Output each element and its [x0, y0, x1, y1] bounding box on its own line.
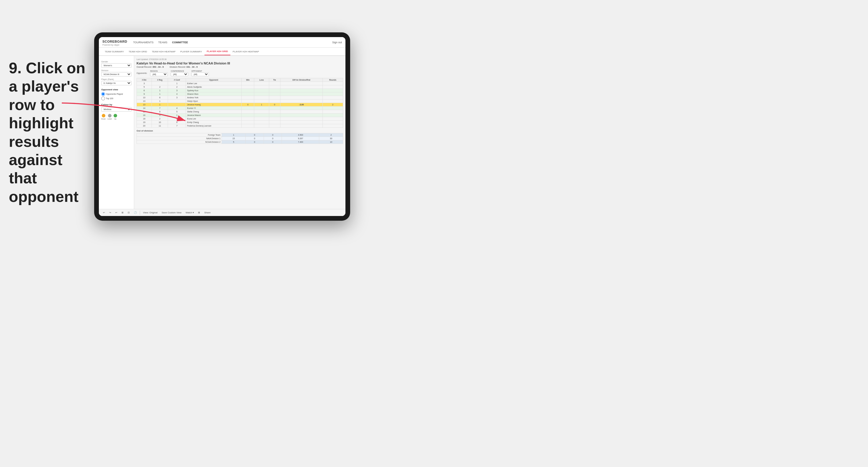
table-row[interactable]: 20117Federica Domecq Lacroze [137, 124, 343, 128]
table-row[interactable]: 613Sydney Kuo [137, 89, 343, 92]
table-row[interactable]: 1822Euna Lee [137, 117, 343, 121]
filter-region-label: REGION [150, 70, 168, 72]
tablet-screen: SCOREBOARD Powered by clippd TOURNAMENTS… [99, 37, 345, 216]
tab-team-summary[interactable]: TEAM SUMMARY [102, 48, 126, 55]
sidebar-gender-label: Gender [101, 61, 131, 63]
nav-committee[interactable]: COMMITTEE [172, 40, 188, 44]
table-row[interactable]: 131Jessica Huang010-3.002 [137, 103, 343, 106]
tab-team-h2h-grid[interactable]: TEAM H2H GRID [126, 48, 150, 55]
table-row[interactable]: 522Alexis Sudijanto [137, 85, 343, 89]
logo-sub: Powered by clippd [102, 44, 127, 46]
h2h-table: # Div # Reg # Conf Opponent Win Loss Tie… [136, 78, 343, 128]
th-conf: # Conf [168, 78, 186, 82]
sidebar-player-rank-select[interactable]: 8. Katelyn Vo [101, 81, 131, 85]
logo: SCOREBOARD Powered by clippd [102, 38, 127, 46]
bottom-toolbar: ↩ ↪ ↩ ⊞ ⊡ 🕐 View: Original Save Custom V… [99, 209, 345, 216]
tablet-frame: SCOREBOARD Powered by clippd TOURNAMENTS… [94, 32, 350, 221]
colour-up-label: Up [114, 118, 117, 120]
sidebar-division-label: Division [101, 69, 131, 71]
th-loss: Loss [254, 78, 269, 82]
tab-player-h2h-heatmap[interactable]: PLAYER H2H HEATMAP [230, 48, 261, 55]
colour-level: Level [107, 114, 112, 120]
last-updated: Last Updated: 27/03/2024 16:55:38 [136, 58, 343, 60]
colour-down-label: Down [101, 118, 105, 120]
records-row: Overall Record: 353 - 34 - 6 Division Re… [136, 66, 343, 68]
sidebar-division-select[interactable]: NCAA Division III [101, 72, 131, 76]
colour-level-dot [108, 114, 112, 117]
table-row[interactable]: 131Heejo Hyun [137, 99, 343, 103]
filters-row: Opponents: REGION (All) CONFERENCE (All) [136, 70, 343, 76]
filter-conference: CONFERENCE (All) [170, 70, 188, 76]
toolbar-sep-1 [140, 211, 140, 215]
out-division-table: Foreign Team1004.5002NAIA Division 11500… [136, 133, 343, 144]
sign-out-link[interactable]: Sign out [332, 41, 342, 44]
annotation-text: 9. Click on a player's row to highlight … [9, 59, 91, 206]
nav-links: TOURNAMENTS TEAMS COMMITTEE [133, 40, 332, 44]
table-row[interactable]: 19106Emily Chang [137, 121, 343, 124]
table-row[interactable]: 914Sharon Mun [137, 92, 343, 96]
filter-region-select[interactable]: (All) [150, 72, 168, 76]
table-row[interactable]: 1474Eunice Yi [137, 106, 343, 110]
table-row[interactable]: 1691Jessica Mason [137, 114, 343, 117]
main-content: Gender Women's Division NCAA Division II… [99, 56, 345, 209]
radio-top100[interactable]: Top 100 [101, 96, 131, 100]
th-div: # Div [137, 78, 152, 82]
toolbar-clock[interactable]: 🕐 [133, 211, 138, 215]
sidebar-player-rank-label: Player (Rank) [101, 78, 131, 80]
overall-record: Overall Record: 353 - 34 - 6 [136, 66, 164, 68]
toolbar-watch[interactable]: Watch ▾ [185, 211, 195, 215]
toolbar-expand[interactable]: ⊞ [197, 211, 201, 215]
tab-player-summary[interactable]: PLAYER SUMMARY [178, 48, 205, 55]
out-division-row[interactable]: Foreign Team1004.5002 [137, 133, 343, 137]
colour-down-dot [102, 114, 105, 117]
filter-conference-label: CONFERENCE [170, 70, 188, 72]
nav-teams[interactable]: TEAMS [158, 40, 167, 44]
th-win: Win [242, 78, 254, 82]
th-rounds: Rounds [323, 78, 343, 82]
th-diff: Diff Av Strokes/Rnd [280, 78, 322, 82]
division-record: Division Record: 331 - 34 - 6 [170, 66, 198, 68]
radio-opponents-played[interactable]: Opponents Played [101, 92, 131, 96]
opponents-label: Opponents: [136, 72, 147, 74]
out-division-title: Out of division [136, 129, 343, 132]
nav-bar: SCOREBOARD Powered by clippd TOURNAMENTS… [99, 37, 345, 48]
toolbar-redo-1[interactable]: ↪ [108, 211, 113, 215]
th-opponent: Opponent [186, 78, 242, 82]
toolbar-paste[interactable]: ⊡ [126, 211, 131, 215]
out-division-row[interactable]: NCAA Division 25007.40010 [137, 141, 343, 144]
table-row[interactable]: 1585Stella Cheng [137, 110, 343, 114]
colour-down: Down [101, 114, 105, 120]
colour-up-dot [114, 114, 117, 117]
filter-opponent-select[interactable]: (All) [191, 72, 209, 76]
filter-opponent: OPPONENT (All) [191, 70, 209, 76]
th-tie: Tie [269, 78, 280, 82]
colour-up: Up [114, 114, 117, 120]
toolbar-copy[interactable]: ⊞ [120, 211, 125, 215]
colour-by-select[interactable]: Win/loss [101, 107, 131, 112]
sidebar: Gender Women's Division NCAA Division II… [99, 56, 134, 209]
logo-text: SCOREBOARD [102, 40, 127, 43]
toolbar-redo-2[interactable]: ↩ [114, 211, 119, 215]
toolbar-view-original[interactable]: View: Original [142, 211, 159, 215]
colour-legend: Down Level Up [101, 114, 131, 120]
toolbar-share[interactable]: Share [203, 211, 212, 215]
toolbar-save-custom[interactable]: Save Custom View [160, 211, 182, 215]
out-division-row[interactable]: NAIA Division 115009.26730 [137, 137, 343, 141]
annotation-area: 9. Click on a player's row to highlight … [9, 59, 91, 206]
sub-nav: TEAM SUMMARY TEAM H2H GRID TEAM H2H HEAT… [99, 48, 345, 56]
tab-player-h2h-grid[interactable]: PLAYER H2H GRID [205, 48, 230, 55]
grid-area: Last Updated: 27/03/2024 16:55:38 Kately… [134, 56, 345, 209]
filter-conference-select[interactable]: (All) [170, 72, 188, 76]
nav-tournaments[interactable]: TOURNAMENTS [133, 40, 153, 44]
filter-region: REGION (All) [150, 70, 168, 76]
sidebar-gender-select[interactable]: Women's [101, 63, 131, 68]
sidebar-opponent-view-title: Opponent view [101, 88, 131, 91]
table-row[interactable]: 1063Andrea York [137, 96, 343, 99]
table-row[interactable]: 31Esther Lee [137, 82, 343, 85]
toolbar-undo[interactable]: ↩ [102, 211, 106, 215]
colour-level-label: Level [107, 118, 112, 120]
grid-title: Katelyn Vo Head-to-Head Grid for Women's… [136, 62, 343, 65]
tab-team-h2h-heatmap[interactable]: TEAM H2H HEATMAP [150, 48, 178, 55]
th-reg: # Reg [152, 78, 168, 82]
filter-opponent-label: OPPONENT [191, 70, 209, 72]
